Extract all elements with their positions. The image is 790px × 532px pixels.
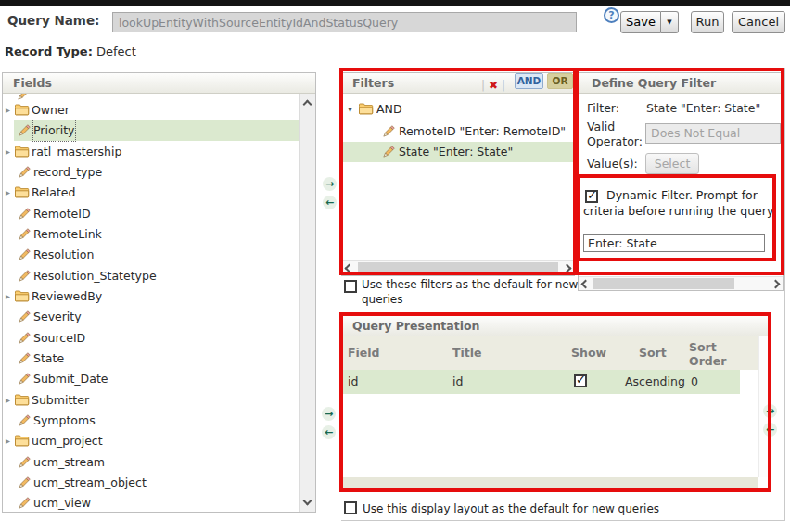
delete-filter-icon[interactable]: ✖: [489, 76, 498, 95]
tree-item-label: SourceID: [33, 328, 85, 348]
tree-item-ucm-stream-object[interactable]: ucm_stream_object: [3, 473, 315, 493]
tree-item-label: ucm_view: [33, 493, 91, 513]
cell-title: id: [452, 370, 463, 394]
column-field[interactable]: Field: [348, 336, 380, 370]
tree-item-resolution-statetype[interactable]: Resolution_Statetype: [3, 266, 315, 286]
tree-item-record-type[interactable]: record_type: [3, 162, 315, 183]
filters-panel-title: Filters: [352, 76, 394, 90]
tree-item-related[interactable]: ▸ Related: [3, 183, 315, 203]
fields-panel: Fields ▸ Owner Priority ▸ ratl_mastershi…: [2, 72, 316, 513]
tree-item-ucm-project[interactable]: ▸ ucm_project: [3, 431, 315, 451]
window-top-bar: [0, 0, 790, 6]
table-footer-strip: [342, 477, 758, 489]
record-type-value: Defect: [96, 44, 136, 58]
tree-item-priority[interactable]: Priority: [14, 120, 299, 141]
filter-node-state[interactable]: State "Enter: State": [342, 142, 574, 162]
query-name-input[interactable]: [112, 12, 577, 32]
show-checkbox[interactable]: [574, 374, 587, 387]
save-dropdown-icon[interactable]: ▼: [661, 11, 679, 33]
valid-operator-label: Valid Operator:: [587, 120, 646, 149]
move-right-icon[interactable]: →: [323, 177, 337, 191]
pencil-icon: [17, 331, 32, 346]
tree-item-ucm-view[interactable]: ucm_view: [3, 493, 315, 513]
pencil-icon: [17, 475, 32, 490]
cell-field: id: [348, 370, 358, 394]
scroll-left-icon[interactable]: [345, 264, 354, 273]
tree-item-ucm-stream[interactable]: ucm_stream: [3, 452, 315, 473]
filters-horizontal-scrollbar[interactable]: [342, 260, 574, 275]
define-horizontal-scrollbar[interactable]: [579, 276, 783, 290]
select-values-button[interactable]: Select: [645, 153, 699, 174]
pencil-icon: [17, 123, 32, 138]
column-sort[interactable]: Sort: [639, 336, 667, 370]
expand-icon[interactable]: ▸: [6, 390, 10, 411]
pencil-icon: [381, 124, 396, 139]
tree-item-remotelink[interactable]: RemoteLink: [3, 224, 315, 245]
record-type-label: Record Type:: [5, 44, 93, 58]
column-show[interactable]: Show: [571, 336, 606, 370]
or-operator-button[interactable]: OR: [547, 73, 573, 89]
scroll-left-icon[interactable]: [581, 280, 591, 289]
move-right-icon[interactable]: →: [322, 407, 336, 421]
layout-default-checkbox[interactable]: [344, 501, 357, 514]
expand-icon[interactable]: ▸: [6, 142, 10, 162]
tree-item-state[interactable]: State: [3, 348, 315, 369]
help-icon[interactable]: ?: [604, 7, 619, 23]
tree-item-reviewedby[interactable]: ▸ ReviewedBy: [3, 286, 315, 307]
fields-vertical-scrollbar[interactable]: [299, 94, 315, 512]
pencil-icon: [17, 269, 32, 284]
move-left-icon[interactable]: ←: [323, 196, 337, 209]
scrollbar-thumb[interactable]: [593, 278, 734, 289]
right-border-line: [784, 68, 785, 521]
tree-item-label: ucm_stream_object: [33, 473, 147, 493]
divider: |: [502, 76, 505, 95]
scrollbar-thumb[interactable]: [358, 262, 558, 274]
filter-node-remoteid[interactable]: RemoteID "Enter: RemoteID": [342, 121, 574, 142]
tree-item-label: Resolution_Statetype: [33, 266, 157, 286]
column-sort-order[interactable]: Sort Order: [689, 340, 733, 368]
column-title[interactable]: Title: [452, 336, 482, 370]
collapse-icon[interactable]: ▾: [348, 99, 352, 120]
pencil-icon: [381, 145, 396, 159]
tree-item-submitter[interactable]: ▸ Submitter: [3, 390, 315, 411]
tree-item-owner[interactable]: ▸ Owner: [3, 100, 315, 120]
scroll-up-icon[interactable]: [303, 100, 312, 109]
query-presentation-title: Query Presentation: [342, 316, 768, 336]
folder-icon: [358, 102, 374, 116]
expand-icon[interactable]: ▸: [6, 100, 10, 120]
move-left-icon[interactable]: ←: [763, 423, 777, 437]
tree-item-ratl-mastership[interactable]: ▸ ratl_mastership: [3, 142, 315, 162]
filter-node-and[interactable]: ▾ AND: [342, 99, 574, 120]
filter-label: Filter:: [587, 101, 619, 116]
tree-item-sourceid[interactable]: SourceID: [3, 328, 315, 348]
move-right-icon[interactable]: →: [763, 404, 777, 418]
fields-panel-title: Fields: [3, 73, 315, 94]
and-operator-button[interactable]: AND: [515, 73, 543, 89]
tree-item-symptoms[interactable]: Symptoms: [3, 411, 315, 431]
tree-item-remoteid[interactable]: RemoteID: [3, 204, 315, 224]
prompt-text-input[interactable]: [583, 234, 765, 252]
scroll-right-icon[interactable]: [563, 264, 572, 273]
tree-item-label: Submit_Date: [33, 369, 108, 389]
divider: |: [481, 76, 485, 95]
filters-default-checkbox-label: Use these filters as the default for new…: [362, 278, 584, 307]
tree-item-severity[interactable]: Severity: [3, 307, 315, 327]
filters-default-checkbox[interactable]: [344, 280, 357, 293]
tree-item-label: Severity: [33, 307, 82, 327]
move-left-icon[interactable]: ←: [322, 425, 336, 439]
folder-icon: [14, 393, 30, 407]
pencil-icon: [17, 455, 32, 470]
expand-icon[interactable]: ▸: [6, 183, 10, 203]
expand-icon[interactable]: ▸: [6, 286, 10, 307]
layout-default-checkbox-label: Use this display layout as the default f…: [363, 502, 752, 517]
scroll-right-icon[interactable]: [771, 280, 781, 289]
operator-select[interactable]: Does Not Equal: [645, 123, 781, 144]
table-row[interactable]: id id Ascending 0: [342, 370, 740, 394]
expand-icon[interactable]: ▸: [6, 431, 10, 451]
tree-item-resolution[interactable]: Resolution: [3, 245, 315, 265]
tree-item-submit-date[interactable]: Submit_Date: [3, 369, 315, 389]
scroll-down-icon[interactable]: [303, 497, 312, 506]
cancel-button[interactable]: Cancel: [732, 11, 785, 33]
run-button[interactable]: Run: [691, 11, 724, 33]
save-button[interactable]: Save: [620, 11, 661, 33]
